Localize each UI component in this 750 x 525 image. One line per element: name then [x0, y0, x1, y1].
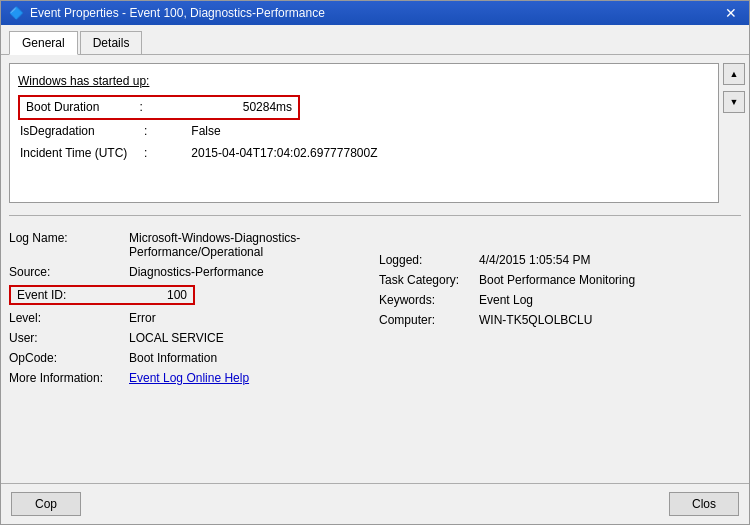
task-category-value: Boot Performance Monitoring [479, 273, 635, 287]
user-row: User: LOCAL SERVICE [9, 328, 371, 348]
user-value: LOCAL SERVICE [129, 331, 224, 345]
boot-duration-highlight: Boot Duration : 50284ms [18, 95, 300, 120]
log-name-row: Log Name: Microsoft-Windows-Diagnostics-… [9, 228, 371, 262]
task-category-label: Task Category: [379, 273, 479, 287]
computer-value: WIN-TK5QLOLBCLU [479, 313, 592, 327]
more-info-row: More Information: Event Log Online Help [9, 368, 371, 388]
is-degradation-row: IsDegradation : False [18, 122, 710, 141]
event-id-value: 100 [167, 288, 187, 302]
source-value: Diagnostics-Performance [129, 265, 264, 279]
tab-general[interactable]: General [9, 31, 78, 55]
title-bar: 🔷 Event Properties - Event 100, Diagnost… [1, 1, 749, 25]
opcode-row: OpCode: Boot Information [9, 348, 371, 368]
scroll-up-button[interactable]: ▲ [723, 63, 745, 85]
source-label: Source: [9, 265, 129, 279]
event-text-wrapper: Windows has started up: Boot Duration : … [9, 63, 741, 203]
opcode-label: OpCode: [9, 351, 129, 365]
tab-details[interactable]: Details [80, 31, 143, 54]
boot-duration-label: Boot Duration [26, 98, 99, 117]
window-title: Event Properties - Event 100, Diagnostic… [30, 6, 325, 20]
incident-time-row: Incident Time (UTC) : 2015-04-04T17:04:0… [18, 144, 710, 163]
event-text-content: Windows has started up: Boot Duration : … [18, 72, 710, 194]
details-right-spacer [379, 228, 741, 250]
event-id-row: Event ID: 100 [9, 282, 371, 308]
incident-time-value: 2015-04-04T17:04:02.697777800Z [191, 144, 377, 163]
logged-label: Logged: [379, 253, 479, 267]
is-degradation-value: False [191, 122, 220, 141]
separator [9, 215, 741, 216]
is-degradation-sep: : [144, 122, 147, 141]
windows-started-header: Windows has started up: [18, 72, 710, 91]
keywords-value: Event Log [479, 293, 533, 307]
event-id-label: Event ID: [17, 288, 137, 302]
bottom-bar: Cop Clos [1, 483, 749, 524]
scroll-down-button[interactable]: ▼ [723, 91, 745, 113]
window-icon: 🔷 [9, 6, 24, 20]
incident-time-sep: : [144, 144, 147, 163]
task-category-row: Task Category: Boot Performance Monitori… [379, 270, 741, 290]
boot-duration-row: Boot Duration : 50284ms [18, 95, 710, 120]
user-label: User: [9, 331, 129, 345]
more-info-label: More Information: [9, 371, 129, 385]
log-name-value: Microsoft-Windows-Diagnostics-Performanc… [129, 231, 371, 259]
more-info-value[interactable]: Event Log Online Help [129, 371, 249, 385]
logged-row: Logged: 4/4/2015 1:05:54 PM [379, 250, 741, 270]
details-section: Log Name: Microsoft-Windows-Diagnostics-… [9, 228, 741, 388]
details-left: Log Name: Microsoft-Windows-Diagnostics-… [9, 228, 371, 388]
level-value: Error [129, 311, 156, 325]
tab-bar: General Details [1, 25, 749, 55]
event-properties-window: 🔷 Event Properties - Event 100, Diagnost… [0, 0, 750, 525]
is-degradation-label: IsDegradation [20, 122, 140, 141]
keywords-row: Keywords: Event Log [379, 290, 741, 310]
content-area: Windows has started up: Boot Duration : … [1, 55, 749, 483]
logged-value: 4/4/2015 1:05:54 PM [479, 253, 590, 267]
computer-row: Computer: WIN-TK5QLOLBCLU [379, 310, 741, 330]
incident-time-label: Incident Time (UTC) [20, 144, 140, 163]
opcode-value: Boot Information [129, 351, 217, 365]
source-row: Source: Diagnostics-Performance [9, 262, 371, 282]
text-box-scrollbar: ▲ ▼ [723, 63, 741, 203]
keywords-label: Keywords: [379, 293, 479, 307]
level-row: Level: Error [9, 308, 371, 328]
close-button[interactable]: Clos [669, 492, 739, 516]
copy-button[interactable]: Cop [11, 492, 81, 516]
computer-label: Computer: [379, 313, 479, 327]
log-name-label: Log Name: [9, 231, 129, 245]
boot-duration-value: 50284ms [243, 98, 292, 117]
level-label: Level: [9, 311, 129, 325]
event-id-highlight: Event ID: 100 [9, 285, 195, 305]
event-text-box: Windows has started up: Boot Duration : … [9, 63, 719, 203]
details-right: Logged: 4/4/2015 1:05:54 PM Task Categor… [371, 228, 741, 388]
title-bar-left: 🔷 Event Properties - Event 100, Diagnost… [9, 6, 325, 20]
boot-duration-sep: : [139, 98, 142, 117]
close-window-button[interactable]: ✕ [721, 6, 741, 20]
